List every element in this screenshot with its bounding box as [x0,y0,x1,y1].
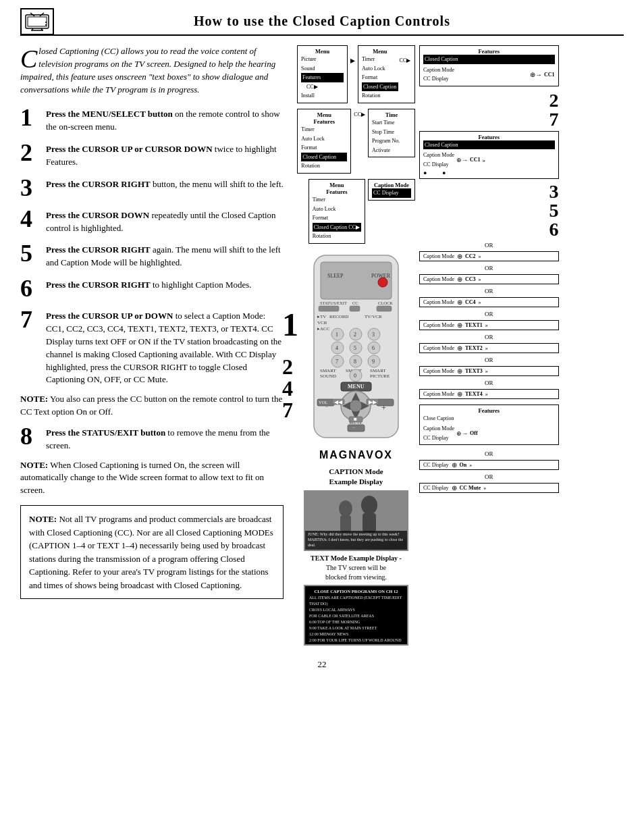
remote-svg: SLEEP POWER STATUS/EXIT CC CLOCK ▸TV [304,252,408,441]
step-number-6: 6 [20,276,39,301]
svg-point-76 [361,496,377,515]
menu-title-4: MenuFeatures [313,182,361,195]
svg-rect-62 [348,425,365,432]
step-num-7-diag: 7 [282,399,293,421]
menu-item-rotation: Rotation [362,91,398,101]
menu-item-cc: CC▶ [301,82,344,92]
svg-text:3: 3 [372,332,375,338]
cc-arrow-1: ⊕→ [530,71,542,78]
or-6: OR [419,357,559,363]
svg-rect-75 [340,515,351,532]
menu-item-install: Install [301,91,344,101]
cc-indicator: CC▶ [354,111,365,118]
tv-text-line-6: 12:00 MIDWAY NEWS [309,631,403,637]
step-num-2-diag: 2 [282,356,293,377]
or-4: OR [419,311,559,317]
menu3-cc: Closed Caption [301,153,347,162]
cc-opt-suffix-t4: » [485,391,488,397]
svg-text:SLEEP: SLEEP [327,273,344,279]
cc-option-text1: Caption Mode ⊕ TEXT1 » [419,320,559,330]
tv-icon [20,8,54,35]
svg-text:CC: CC [352,301,358,305]
svg-text:1: 1 [336,332,338,338]
intro-text: C losed Captioning (CC) allows you to re… [20,45,284,96]
caption-mode-sub-2: Caption Mode CC Display [423,151,454,169]
or-5: OR [419,334,559,340]
cc-value-2: CC1 [470,157,481,163]
step-number-1: 1 [20,105,39,130]
svg-text:TV/VCR: TV/VCR [365,314,382,319]
step-number-5: 5 [20,241,39,265]
features-off-panel: Features Close Caption Caption Mode CC D… [419,405,559,446]
cc-value-1: CC1 [544,72,555,78]
drop-cap: C [20,48,37,70]
tv-text-header: CLOSE CAPTION PROGRAMS ON CH 12 [309,589,403,594]
step-nums-356-right: 356 [419,182,559,239]
tv-text-line-3: FOR CABLE OR SATELLITE AREAS [309,613,403,619]
step-number-8: 8 [20,424,39,448]
svg-text:+: + [381,403,386,413]
cc-opt-suffix-4: » [479,299,481,305]
page-header: How to use the Closed Caption Controls [20,14,624,36]
step-text-4: Press the CURSOR DOWN repeatedly until t… [46,207,284,235]
cc-option-text3: Caption Mode ⊕ TEXT3 » [419,366,559,376]
step-nums-27-right: 27 [419,91,559,129]
svg-text:7: 7 [336,359,338,365]
tv-text-screen: CLOSE CAPTION PROGRAMS ON CH 12 ALL ITEM… [304,585,408,646]
svg-text:RECORD: RECORD [329,314,348,319]
or-8: OR [419,450,559,457]
cc-disp-suffix-mute: » [483,485,486,491]
time-activate: Activate [372,146,411,155]
or-1: OR [419,242,559,249]
svg-text:4: 4 [336,345,338,351]
time-progno: Program No. [372,136,411,146]
intro-body: losed Captioning (CC) allows you to read… [20,46,275,95]
cc-opt-value-t4: TEXT4 [465,391,483,397]
caption-mode-sub-1: Caption Mode CC Display [423,66,528,84]
step-2: 2 Press the CURSOR UP or CURSOR DOWN twi… [20,140,284,169]
time-stop: Stop Time [372,128,411,137]
menu-item-closedcaption: Closed Caption [362,82,398,92]
svg-text:▸ACC: ▸ACC [317,326,330,332]
caption-mode-panel-1: Caption Mode CC Display [368,179,415,201]
step-number-4: 4 [20,207,39,231]
cc-opt-suffix-t2: » [485,345,488,351]
cm-off-label: Caption Mode [423,424,454,434]
svg-text:▸TV: ▸TV [317,314,326,319]
svg-point-13 [378,278,387,287]
or-9: OR [419,473,559,480]
cc-opt-value-3: CC3 [465,276,476,282]
cc-option-cc3: Caption Mode ⊕ CC3 » [419,274,559,284]
cc-opt-arrow-t2: ⊕ [457,344,462,352]
menu-arrow-1: ▸ [350,55,355,66]
menu3-timer: Timer [301,125,347,134]
or-2: OR [419,265,559,271]
menu-title-2: Menu [362,48,398,55]
menu-box-2: Menu Timer Auto Lock Format Closed Capti… [358,45,415,103]
caption-mode-off-sub: Caption Mode CC Display [423,424,454,442]
dots-indicator: ● ● [423,170,555,176]
step-text-5: Press the CURSOR RIGHT again. The menu w… [46,241,284,269]
step-5: 5 Press the CURSOR RIGHT again. The menu… [20,241,284,269]
page-number: 22 [20,659,624,670]
cm-label-2: Caption Mode [423,151,454,160]
tv-text-line-8: 5:00 NIGHTLY NEWS FOR TODAY [309,644,403,646]
main-layout: C losed Captioning (CC) allows you to re… [20,45,624,646]
cc-opt-label-3: Caption Mode [423,276,454,282]
step-num-4-diag: 4 [282,377,293,399]
cc-option-text2: Caption Mode ⊕ TEXT2 » [419,343,559,353]
svg-point-5 [45,22,47,23]
menu3-format: Format [301,143,347,153]
menu-item-features: Features [301,73,344,82]
svg-rect-77 [363,513,376,532]
cc-opt-arrow-t1: ⊕ [457,321,462,329]
cc-arrow-label: CC▶ [400,57,411,63]
svg-rect-17 [319,306,339,311]
caption-mode-ccdisplay-1: CC Display [372,188,411,198]
step-number-3: 3 [20,176,39,200]
tv-caption-screen: JUNE: Why did they move the meeting up t… [304,490,408,551]
menu3-rotation: Rotation [301,161,347,171]
cc-opt-value-t1: TEXT1 [465,322,483,328]
cc-disp-arrow-mute: ⊕ [452,484,457,492]
menu-item-format: Format [362,73,398,82]
